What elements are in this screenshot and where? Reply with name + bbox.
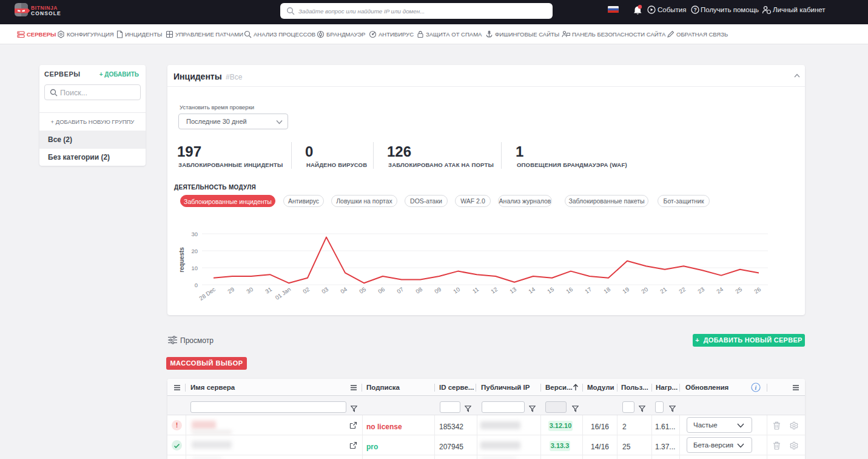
- svg-text:0: 0: [195, 282, 198, 288]
- svg-text:03: 03: [320, 286, 329, 295]
- svg-text:26: 26: [753, 286, 762, 295]
- svg-text:22: 22: [678, 286, 687, 295]
- svg-text:17: 17: [584, 286, 593, 295]
- svg-text:05: 05: [358, 286, 367, 295]
- svg-text:08: 08: [414, 286, 423, 295]
- svg-text:15: 15: [546, 286, 555, 295]
- svg-text:11: 11: [471, 286, 480, 295]
- svg-text:requests: requests: [178, 247, 185, 273]
- svg-text:20: 20: [640, 286, 649, 295]
- svg-text:04: 04: [339, 286, 348, 295]
- svg-text:10: 10: [452, 286, 461, 295]
- svg-text:18: 18: [602, 286, 611, 295]
- svg-text:24: 24: [715, 286, 724, 295]
- svg-text:10: 10: [191, 265, 198, 271]
- svg-text:?: ?: [693, 7, 696, 13]
- svg-text:31: 31: [264, 286, 273, 295]
- svg-text:01 Jan: 01 Jan: [274, 286, 292, 301]
- svg-text:28 Dec: 28 Dec: [198, 285, 217, 301]
- svg-text:02: 02: [301, 286, 311, 295]
- svg-text:19: 19: [621, 286, 630, 295]
- svg-text:09: 09: [433, 286, 442, 295]
- svg-text:16: 16: [565, 286, 574, 295]
- svg-text:13: 13: [508, 286, 517, 295]
- svg-text:30: 30: [245, 286, 254, 295]
- svg-text:07: 07: [395, 286, 405, 295]
- svg-text:30: 30: [191, 231, 198, 237]
- svg-text:14: 14: [527, 286, 536, 295]
- svg-text:25: 25: [734, 286, 743, 295]
- svg-text:29: 29: [226, 286, 235, 295]
- svg-text:23: 23: [696, 286, 705, 295]
- svg-text:21: 21: [659, 286, 668, 295]
- svg-text:06: 06: [377, 286, 386, 295]
- svg-text:20: 20: [191, 248, 198, 254]
- svg-text:i: i: [755, 384, 757, 391]
- svg-text:12: 12: [490, 286, 499, 295]
